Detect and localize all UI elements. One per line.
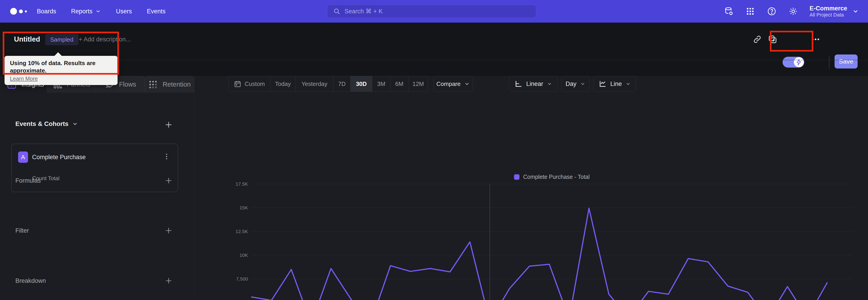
range-3m[interactable]: 3M xyxy=(372,76,391,92)
add-breakdown-button[interactable] xyxy=(164,276,173,285)
add-formulas-button[interactable] xyxy=(164,176,173,185)
save-button[interactable]: Save xyxy=(835,55,858,68)
search-placeholder: Search ⌘ + K xyxy=(344,8,383,15)
learn-more-link[interactable]: Learn More xyxy=(10,76,112,82)
section-breakdown: Breakdown xyxy=(0,274,194,288)
report-header: Untitled Sampled + Add description... xyxy=(0,23,868,60)
section-formulas: Formulas xyxy=(0,174,194,187)
top-nav: BoardsReportsUsersEvents Search ⌘ + K xyxy=(0,0,868,23)
range-12m[interactable]: 12M xyxy=(408,76,428,92)
line-chart-icon xyxy=(598,80,607,88)
project-subtitle: All Project Data xyxy=(809,12,847,18)
y-axis-label: 7,500 xyxy=(236,276,248,281)
sampling-toggle[interactable] xyxy=(782,57,804,68)
nav-links: BoardsReportsUsersEvents xyxy=(37,8,165,15)
range-today[interactable]: Today xyxy=(270,76,296,92)
y-axis-label: 15K xyxy=(240,205,248,210)
chevron-down-icon xyxy=(625,81,631,87)
copy-link-icon[interactable] xyxy=(751,35,764,44)
events-cohorts-header[interactable]: Events & Cohorts xyxy=(16,120,78,127)
range-custom[interactable]: Custom xyxy=(228,76,270,92)
report-title[interactable]: Untitled xyxy=(14,35,40,43)
nav-link-events[interactable]: Events xyxy=(147,8,166,15)
nav-link-users[interactable]: Users xyxy=(116,8,132,15)
line-chart[interactable]: 02,5005,0007,50010K12.5K15K17.5KMar 2Mar… xyxy=(194,169,868,300)
range-6m[interactable]: 6M xyxy=(391,76,408,92)
chevron-down-icon xyxy=(95,8,101,14)
project-switcher[interactable]: E-Commerce All Project Data xyxy=(809,5,859,18)
y-axis-label: 10K xyxy=(240,252,248,258)
apps-grid-icon[interactable] xyxy=(739,0,761,23)
nav-link-boards[interactable]: Boards xyxy=(37,8,56,15)
mixpanel-logo-icon[interactable] xyxy=(10,8,31,15)
content-panel: InsightsFunnelsFlowsRetention Events & C… xyxy=(0,76,868,300)
header-divider xyxy=(829,56,829,69)
date-range-group: CustomTodayYesterday7D30D3M6M12M xyxy=(228,76,428,92)
dropdown-linear[interactable]: Linear xyxy=(509,76,558,92)
chart-area: Complete Purchase - Total 02,5005,0007,5… xyxy=(194,169,868,300)
nav-right: E-Commerce All Project Data xyxy=(718,0,868,23)
sampled-badge[interactable]: Sampled xyxy=(45,34,79,45)
range-yesterday[interactable]: Yesterday xyxy=(296,76,333,92)
sampling-tooltip: Using 10% of data. Results are approxima… xyxy=(4,56,118,85)
calendar-icon xyxy=(234,80,241,88)
dropdown-day[interactable]: Day xyxy=(561,76,590,92)
section-filter: Filter xyxy=(0,224,194,237)
chevron-down-icon xyxy=(464,81,470,87)
mixpanel-insights-page: BoardsReportsUsersEvents Search ⌘ + K xyxy=(0,0,868,300)
y-axis-label: 17.5K xyxy=(236,181,248,186)
event-menu-icon[interactable] xyxy=(163,153,170,161)
chevron-down-icon xyxy=(852,8,859,15)
legend-swatch xyxy=(514,174,520,180)
y-axis-label: 12.5K xyxy=(236,229,248,234)
tab-retention[interactable]: Retention xyxy=(145,76,194,93)
add-event-button[interactable] xyxy=(164,120,173,129)
chevron-down-icon xyxy=(72,121,78,127)
chart-line-series[interactable] xyxy=(252,208,827,300)
event-letter-badge: A xyxy=(18,151,28,163)
legend-label: Complete Purchase - Total xyxy=(523,174,590,180)
chart-legend[interactable]: Complete Purchase - Total xyxy=(252,174,852,180)
nav-link-reports[interactable]: Reports xyxy=(71,8,101,15)
chevron-down-icon xyxy=(547,81,552,87)
project-name: E-Commerce xyxy=(809,5,847,12)
range-7d[interactable]: 7D xyxy=(333,76,350,92)
search-icon xyxy=(333,8,340,15)
range-30d[interactable]: 30D xyxy=(350,76,372,92)
compare-button[interactable]: Compare xyxy=(434,76,473,92)
add-filter-button[interactable] xyxy=(164,226,173,235)
more-options-icon[interactable] xyxy=(809,35,822,44)
add-to-board-icon[interactable] xyxy=(766,35,779,44)
dropdown-line[interactable]: Line xyxy=(594,76,636,92)
help-icon[interactable] xyxy=(761,0,782,23)
tooltip-text: Using 10% of data. Results are approxima… xyxy=(10,59,112,74)
search-input[interactable]: Search ⌘ + K xyxy=(327,5,536,18)
add-description-button[interactable]: + Add description... xyxy=(79,36,131,43)
event-name: Complete Purchase xyxy=(32,154,86,161)
settings-gear-icon[interactable] xyxy=(782,0,804,23)
linear-scale-icon xyxy=(515,80,523,88)
retention-icon xyxy=(148,80,158,90)
chevron-down-icon xyxy=(580,81,585,87)
data-management-icon[interactable] xyxy=(718,0,739,23)
